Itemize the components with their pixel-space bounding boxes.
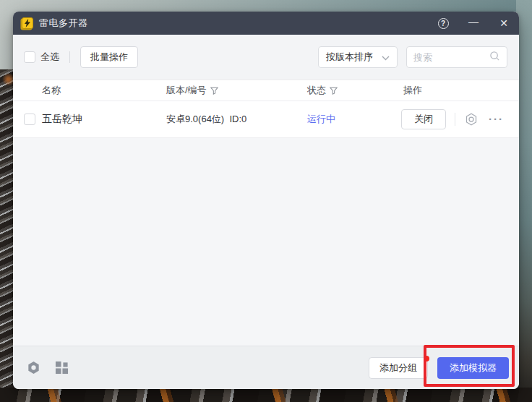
ldplayer-multi-instance-window: 雷电多开器 ? — ✕ 全选 批量操作 按版本排序 xyxy=(13,12,519,389)
window-title: 雷电多开器 xyxy=(39,17,88,30)
footer-buttons: 添加分组 添加模拟器 xyxy=(369,357,509,379)
table-row[interactable]: 五岳乾坤 安卓9.0(64位) ID:0 运行中 关闭 ··· xyxy=(13,101,519,138)
search-box xyxy=(406,46,507,68)
column-header-version: 版本/编号 xyxy=(166,84,307,97)
column-header-status-label: 状态 xyxy=(307,84,326,97)
filter-icon[interactable] xyxy=(210,87,218,95)
close-instance-button[interactable]: 关闭 xyxy=(401,109,446,129)
close-button[interactable]: ✕ xyxy=(497,17,510,30)
column-header-status: 状态 xyxy=(307,84,401,97)
search-icon xyxy=(489,51,500,64)
bottom-bar: 添加分组 添加模拟器 xyxy=(13,346,519,389)
instance-name: 五岳乾坤 xyxy=(42,113,166,126)
row-checkbox[interactable] xyxy=(24,114,35,125)
column-header-name: 名称 xyxy=(42,84,166,97)
instance-settings-icon[interactable] xyxy=(464,112,479,127)
help-icon: ? xyxy=(438,18,449,29)
lightning-icon xyxy=(24,19,31,27)
titlebar-controls: ? — ✕ xyxy=(437,17,510,30)
instance-status: 运行中 xyxy=(307,113,401,126)
help-button[interactable]: ? xyxy=(437,17,450,30)
add-group-label: 添加分组 xyxy=(379,362,417,375)
more-options-icon[interactable]: ··· xyxy=(489,116,504,123)
batch-action-button[interactable]: 批量操作 xyxy=(80,46,138,68)
grid-layout-icon[interactable] xyxy=(55,361,69,375)
select-all-label: 全选 xyxy=(40,51,59,64)
sort-dropdown[interactable]: 按版本排序 xyxy=(318,46,398,68)
global-settings-icon[interactable] xyxy=(26,360,41,375)
chevron-down-icon xyxy=(382,51,390,64)
toolbar-divider xyxy=(69,51,70,63)
add-emulator-button[interactable]: 添加模拟器 xyxy=(437,357,509,379)
instance-version: 安卓9.0(64位) ID:0 xyxy=(166,113,307,126)
table-header: 名称 版本/编号 状态 操作 xyxy=(13,80,519,101)
instance-list-empty-area xyxy=(13,138,519,346)
row-actions: 关闭 ··· xyxy=(401,109,519,129)
select-all-checkbox[interactable] xyxy=(24,51,35,63)
column-header-version-label: 版本/编号 xyxy=(166,84,207,97)
column-header-actions: 操作 xyxy=(401,84,519,97)
toolbar-right-group: 按版本排序 xyxy=(318,46,507,68)
titlebar: 雷电多开器 ? — ✕ xyxy=(13,12,519,35)
search-input[interactable] xyxy=(413,52,489,63)
minimize-button[interactable]: — xyxy=(467,15,480,28)
app-logo-icon xyxy=(22,17,33,29)
wallpaper-left-rocks xyxy=(0,69,14,402)
toolbar: 全选 批量操作 按版本排序 xyxy=(13,35,519,80)
filter-icon[interactable] xyxy=(330,87,338,95)
sort-dropdown-value: 按版本排序 xyxy=(326,51,373,64)
add-group-button[interactable]: 添加分组 xyxy=(369,357,428,379)
actions-divider xyxy=(455,113,455,126)
wallpaper-bottom-rocks xyxy=(0,388,532,402)
notification-badge xyxy=(424,356,429,362)
footer-icon-group xyxy=(26,360,69,375)
